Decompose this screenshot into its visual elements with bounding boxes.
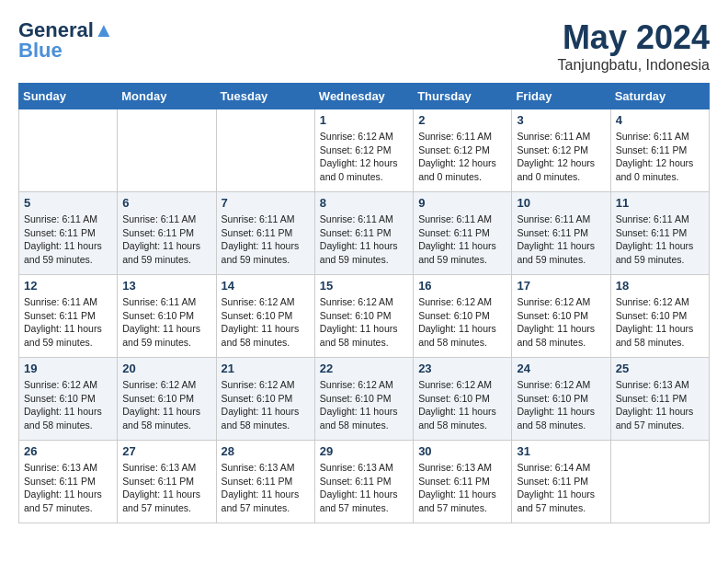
day-info: Sunrise: 6:11 AM Sunset: 6:12 PM Dayligh…	[418, 130, 506, 184]
day-number: 18	[616, 279, 704, 293]
day-info: Sunrise: 6:13 AM Sunset: 6:11 PM Dayligh…	[122, 461, 210, 515]
title-block: May 2024 Tanjungbatu, Indonesia	[558, 18, 710, 74]
day-number: 21	[222, 362, 310, 375]
day-number: 13	[122, 279, 210, 293]
day-info: Sunrise: 6:11 AM Sunset: 6:11 PM Dayligh…	[616, 130, 704, 184]
calendar-cell: 13Sunrise: 6:11 AM Sunset: 6:10 PM Dayli…	[118, 275, 216, 358]
calendar-cell: 29Sunrise: 6:13 AM Sunset: 6:11 PM Dayli…	[314, 441, 413, 523]
day-info: Sunrise: 6:11 AM Sunset: 6:11 PM Dayligh…	[616, 213, 704, 267]
day-info: Sunrise: 6:11 AM Sunset: 6:11 PM Dayligh…	[222, 213, 310, 267]
weekday-header: Wednesday	[314, 84, 413, 109]
calendar-cell: 14Sunrise: 6:12 AM Sunset: 6:10 PM Dayli…	[216, 275, 314, 358]
calendar-cell: 6Sunrise: 6:11 AM Sunset: 6:11 PM Daylig…	[118, 192, 216, 275]
day-number: 4	[616, 113, 704, 127]
day-info: Sunrise: 6:12 AM Sunset: 6:10 PM Dayligh…	[320, 295, 408, 350]
day-number: 14	[222, 279, 310, 293]
day-number: 6	[122, 196, 210, 210]
weekday-header: Sunday	[19, 84, 118, 109]
day-info: Sunrise: 6:11 AM Sunset: 6:11 PM Dayligh…	[418, 213, 506, 267]
day-info: Sunrise: 6:11 AM Sunset: 6:12 PM Dayligh…	[517, 130, 605, 184]
calendar-cell: 27Sunrise: 6:13 AM Sunset: 6:11 PM Dayli…	[118, 441, 216, 523]
day-info: Sunrise: 6:12 AM Sunset: 6:10 PM Dayligh…	[24, 378, 112, 432]
weekday-header: Saturday	[610, 84, 709, 109]
day-info: Sunrise: 6:11 AM Sunset: 6:11 PM Dayligh…	[320, 213, 408, 267]
calendar-cell: 8Sunrise: 6:11 AM Sunset: 6:11 PM Daylig…	[314, 192, 413, 275]
day-info: Sunrise: 6:12 AM Sunset: 6:10 PM Dayligh…	[616, 295, 704, 350]
day-info: Sunrise: 6:13 AM Sunset: 6:11 PM Dayligh…	[418, 461, 506, 515]
calendar-cell: 20Sunrise: 6:12 AM Sunset: 6:10 PM Dayli…	[118, 358, 216, 441]
day-info: Sunrise: 6:12 AM Sunset: 6:10 PM Dayligh…	[517, 295, 605, 350]
calendar-cell: 30Sunrise: 6:13 AM Sunset: 6:11 PM Dayli…	[414, 441, 512, 523]
calendar-cell: 12Sunrise: 6:11 AM Sunset: 6:11 PM Dayli…	[19, 275, 118, 358]
day-number: 24	[517, 362, 605, 375]
calendar-cell: 23Sunrise: 6:12 AM Sunset: 6:10 PM Dayli…	[414, 358, 512, 441]
day-number: 28	[222, 444, 310, 458]
day-number: 12	[24, 279, 112, 293]
calendar-cell: 11Sunrise: 6:11 AM Sunset: 6:11 PM Dayli…	[610, 192, 709, 275]
day-number: 26	[24, 444, 112, 458]
page-header: General▲ Blue May 2024 Tanjungbatu, Indo…	[18, 18, 710, 74]
day-number: 7	[222, 196, 310, 210]
day-info: Sunrise: 6:13 AM Sunset: 6:11 PM Dayligh…	[24, 461, 112, 515]
calendar-cell: 19Sunrise: 6:12 AM Sunset: 6:10 PM Dayli…	[19, 358, 118, 441]
calendar-cell: 17Sunrise: 6:12 AM Sunset: 6:10 PM Dayli…	[512, 275, 610, 358]
calendar-cell: 2Sunrise: 6:11 AM Sunset: 6:12 PM Daylig…	[414, 109, 512, 192]
calendar-cell: 16Sunrise: 6:12 AM Sunset: 6:10 PM Dayli…	[414, 275, 512, 358]
day-number: 20	[122, 362, 210, 375]
day-info: Sunrise: 6:13 AM Sunset: 6:11 PM Dayligh…	[222, 461, 310, 515]
day-info: Sunrise: 6:13 AM Sunset: 6:11 PM Dayligh…	[320, 461, 408, 515]
day-number: 8	[320, 196, 408, 210]
day-number: 10	[517, 196, 605, 210]
day-info: Sunrise: 6:12 AM Sunset: 6:10 PM Dayligh…	[222, 295, 310, 350]
weekday-header: Monday	[118, 84, 216, 109]
day-number: 19	[24, 362, 112, 375]
month-title: May 2024	[558, 18, 710, 57]
logo: General▲ Blue	[18, 18, 114, 63]
calendar-cell: 9Sunrise: 6:11 AM Sunset: 6:11 PM Daylig…	[414, 192, 512, 275]
logo-blue: Blue	[18, 39, 63, 63]
day-number: 27	[122, 444, 210, 458]
calendar-cell: 28Sunrise: 6:13 AM Sunset: 6:11 PM Dayli…	[216, 441, 314, 523]
calendar-week-row: 1Sunrise: 6:12 AM Sunset: 6:12 PM Daylig…	[19, 109, 710, 192]
day-number: 29	[320, 444, 408, 458]
calendar-cell: 4Sunrise: 6:11 AM Sunset: 6:11 PM Daylig…	[610, 109, 709, 192]
day-info: Sunrise: 6:14 AM Sunset: 6:11 PM Dayligh…	[517, 461, 605, 515]
calendar-week-row: 5Sunrise: 6:11 AM Sunset: 6:11 PM Daylig…	[19, 192, 710, 275]
day-number: 11	[616, 196, 704, 210]
day-number: 9	[418, 196, 506, 210]
calendar-cell	[216, 109, 314, 192]
calendar-table: SundayMondayTuesdayWednesdayThursdayFrid…	[18, 83, 710, 523]
day-info: Sunrise: 6:12 AM Sunset: 6:10 PM Dayligh…	[122, 378, 210, 432]
calendar-cell	[118, 109, 216, 192]
weekday-header: Thursday	[414, 84, 512, 109]
calendar-cell: 31Sunrise: 6:14 AM Sunset: 6:11 PM Dayli…	[512, 441, 610, 523]
day-info: Sunrise: 6:12 AM Sunset: 6:10 PM Dayligh…	[320, 378, 408, 432]
day-info: Sunrise: 6:11 AM Sunset: 6:11 PM Dayligh…	[24, 213, 112, 267]
day-info: Sunrise: 6:11 AM Sunset: 6:11 PM Dayligh…	[517, 213, 605, 267]
day-number: 22	[320, 362, 408, 375]
calendar-cell: 18Sunrise: 6:12 AM Sunset: 6:10 PM Dayli…	[610, 275, 709, 358]
day-number: 30	[418, 444, 506, 458]
day-number: 1	[320, 113, 408, 127]
calendar-cell: 5Sunrise: 6:11 AM Sunset: 6:11 PM Daylig…	[19, 192, 118, 275]
day-number: 25	[616, 362, 704, 375]
weekday-header: Tuesday	[216, 84, 314, 109]
day-number: 16	[418, 279, 506, 293]
calendar-cell: 25Sunrise: 6:13 AM Sunset: 6:11 PM Dayli…	[610, 358, 709, 441]
day-info: Sunrise: 6:11 AM Sunset: 6:11 PM Dayligh…	[24, 295, 112, 350]
day-info: Sunrise: 6:12 AM Sunset: 6:10 PM Dayligh…	[517, 378, 605, 432]
calendar-cell: 24Sunrise: 6:12 AM Sunset: 6:10 PM Dayli…	[512, 358, 610, 441]
calendar-cell: 21Sunrise: 6:12 AM Sunset: 6:10 PM Dayli…	[216, 358, 314, 441]
calendar-header-row: SundayMondayTuesdayWednesdayThursdayFrid…	[19, 84, 710, 109]
day-info: Sunrise: 6:12 AM Sunset: 6:10 PM Dayligh…	[222, 378, 310, 432]
day-info: Sunrise: 6:11 AM Sunset: 6:11 PM Dayligh…	[122, 213, 210, 267]
day-number: 15	[320, 279, 408, 293]
calendar-cell: 22Sunrise: 6:12 AM Sunset: 6:10 PM Dayli…	[314, 358, 413, 441]
calendar-cell: 26Sunrise: 6:13 AM Sunset: 6:11 PM Dayli…	[19, 441, 118, 523]
day-number: 31	[517, 444, 605, 458]
day-number: 23	[418, 362, 506, 375]
location: Tanjungbatu, Indonesia	[558, 57, 710, 74]
calendar-cell	[19, 109, 118, 192]
day-number: 2	[418, 113, 506, 127]
calendar-cell	[610, 441, 709, 523]
